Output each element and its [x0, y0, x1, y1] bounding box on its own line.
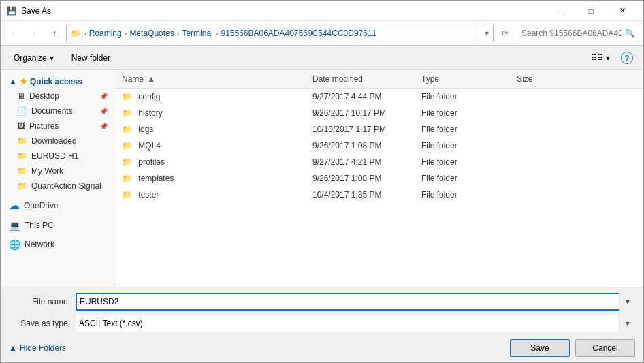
file-size-cell — [511, 193, 566, 196]
sidebar-item-network[interactable]: 🌐 Network — [1, 236, 116, 253]
sidebar-item-desktop[interactable]: 🖥 Desktop 📌 — [1, 89, 116, 104]
breadcrumb-metaquotes[interactable]: MetaQuotes — [129, 29, 174, 38]
maximize-button[interactable]: □ — [575, 1, 607, 21]
eurusd-icon: 📁 — [17, 151, 27, 161]
table-row[interactable]: 📁 logs 10/10/2017 1:17 PM File folder — [116, 121, 643, 138]
table-row[interactable]: 📁 MQL4 9/26/2017 1:08 PM File folder — [116, 138, 643, 154]
filename-input[interactable] — [76, 293, 635, 311]
table-row[interactable]: 📁 tester 10/4/2017 1:35 PM File folder — [116, 187, 643, 203]
file-name-cell: 📁 tester — [116, 189, 307, 201]
breadcrumb-roaming[interactable]: Roaming — [89, 29, 122, 38]
file-size-cell — [511, 177, 566, 180]
file-type-cell: File folder — [416, 123, 511, 136]
dialog-icon: 💾 — [6, 5, 17, 16]
filetype-select[interactable]: ASCII Text (*.csv) — [76, 315, 635, 332]
table-row[interactable]: 📁 profiles 9/27/2017 4:21 PM File folder — [116, 154, 643, 170]
file-type-cell: File folder — [416, 172, 511, 185]
hide-folders-toggle[interactable]: ▲ Hide Folders — [9, 341, 66, 353]
filetype-label: Save as type: — [9, 319, 70, 328]
header-date-modified[interactable]: Date modified — [307, 73, 416, 85]
address-bar: ‹ › ↑ 📁 › Roaming › MetaQuotes › Termina… — [1, 21, 643, 46]
sort-arrow-name: ▲ — [147, 74, 155, 84]
file-rows-container: 📁 config 9/27/2017 4:44 PM File folder 📁… — [116, 89, 643, 203]
help-button[interactable]: ? — [620, 49, 638, 67]
toolbar-right: ⠿⠿ ▾ ? — [583, 49, 638, 67]
filename-label: File name: — [9, 297, 70, 306]
file-name-cell: 📁 profiles — [116, 156, 307, 168]
file-name-cell: 📁 config — [116, 91, 307, 103]
sidebar: ▲ ★ Quick access 🖥 Desktop 📌 📄 Documents… — [1, 70, 116, 287]
sidebar-item-documents[interactable]: 📄 Documents 📌 — [1, 104, 116, 119]
folder-icon: 📁 — [122, 92, 132, 101]
documents-pin-icon: 📌 — [99, 108, 108, 115]
sidebar-item-mywork[interactable]: 📁 My Work — [1, 163, 116, 178]
filename-dropdown-button[interactable]: ▾ — [619, 293, 635, 311]
onedrive-icon: ☁ — [9, 199, 20, 212]
view-dropdown-icon: ▾ — [606, 53, 610, 63]
file-name-text: MQL4 — [138, 141, 161, 151]
folder-icon: 📁 — [122, 141, 132, 151]
table-row[interactable]: 📁 history 9/26/2017 10:17 PM File folder — [116, 105, 643, 121]
organize-button[interactable]: Organize ▾ — [6, 49, 61, 67]
close-button[interactable]: ✕ — [607, 1, 638, 21]
sidebar-item-pictures-label: Pictures — [29, 121, 59, 131]
file-name-text: history — [138, 108, 162, 118]
forward-button[interactable]: › — [25, 25, 43, 42]
file-name-text: templates — [138, 174, 174, 183]
table-row[interactable]: 📁 templates 9/26/2017 1:08 PM File folde… — [116, 170, 643, 187]
file-size-cell — [511, 95, 566, 98]
cancel-button[interactable]: Cancel — [575, 339, 635, 357]
sidebar-item-desktop-label: Desktop — [29, 91, 59, 101]
search-input[interactable] — [517, 25, 639, 42]
breadcrumb-terminal[interactable]: Terminal — [182, 29, 212, 38]
up-button[interactable]: ↑ — [46, 25, 63, 42]
header-name[interactable]: Name ▲ — [116, 73, 307, 85]
address-dropdown-button[interactable]: ▾ — [480, 25, 494, 42]
breadcrumb-hash[interactable]: 915566BA06ADA407569C544CC0D97611 — [221, 29, 376, 38]
file-size-cell — [511, 112, 566, 114]
desktop-pin-icon: 📌 — [99, 93, 108, 100]
file-type-cell: File folder — [416, 140, 511, 152]
file-date-cell: 10/4/2017 1:35 PM — [307, 189, 416, 201]
refresh-button[interactable]: ⟳ — [496, 25, 514, 42]
network-section: 🌐 Network — [1, 236, 116, 253]
view-button[interactable]: ⠿⠿ ▾ — [583, 49, 617, 67]
header-type[interactable]: Type — [416, 73, 511, 85]
folder-icon: 📁 — [122, 174, 132, 183]
file-name-cell: 📁 history — [116, 107, 307, 119]
window-controls: — □ ✕ — [544, 1, 638, 21]
sidebar-item-thispc[interactable]: 💻 This PC — [1, 217, 116, 234]
back-button[interactable]: ‹ — [5, 25, 22, 42]
hide-folders-icon: ▲ — [9, 343, 17, 353]
quick-access-header[interactable]: ▲ ★ Quick access — [1, 73, 116, 89]
sidebar-item-downloaded[interactable]: 📁 Downloaded — [1, 133, 116, 148]
quick-access-label: Quick access — [30, 77, 82, 86]
file-type-cell: File folder — [416, 156, 511, 168]
breadcrumb-bar[interactable]: 📁 › Roaming › MetaQuotes › Terminal › 91… — [66, 25, 477, 42]
minimize-button[interactable]: — — [544, 1, 575, 21]
sidebar-item-quantaction[interactable]: 📁 QuantAction Signal — [1, 178, 116, 193]
sidebar-item-onedrive[interactable]: ☁ OneDrive — [1, 196, 116, 215]
file-date-cell: 9/26/2017 10:17 PM — [307, 107, 416, 119]
sidebar-item-documents-label: Documents — [31, 106, 73, 116]
filetype-dropdown-button[interactable]: ▾ — [619, 315, 635, 332]
file-type-cell: File folder — [416, 91, 511, 103]
organize-label: Organize — [14, 53, 47, 63]
file-date-cell: 9/26/2017 1:08 PM — [307, 172, 416, 185]
sidebar-item-eurusd[interactable]: 📁 EURUSD H1 — [1, 148, 116, 163]
downloaded-icon: 📁 — [17, 136, 27, 146]
new-folder-button[interactable]: New folder — [64, 49, 118, 67]
filename-input-wrapper: ▾ — [76, 293, 635, 311]
sidebar-item-onedrive-label: OneDrive — [24, 201, 59, 210]
help-icon: ? — [621, 52, 633, 64]
documents-icon: 📄 — [17, 106, 27, 116]
table-row[interactable]: 📁 config 9/27/2017 4:44 PM File folder — [116, 89, 643, 105]
filetype-row: Save as type: ASCII Text (*.csv) ▾ — [9, 315, 635, 332]
sidebar-item-pictures[interactable]: 🖼 Pictures 📌 — [1, 119, 116, 133]
save-button[interactable]: Save — [510, 339, 570, 357]
sidebar-item-network-label: Network — [25, 240, 54, 249]
content-area: ▲ ★ Quick access 🖥 Desktop 📌 📄 Documents… — [1, 70, 643, 287]
folder-icon: 📁 — [122, 157, 132, 167]
hide-folders-label: Hide Folders — [20, 343, 66, 353]
header-size[interactable]: Size — [511, 73, 566, 85]
